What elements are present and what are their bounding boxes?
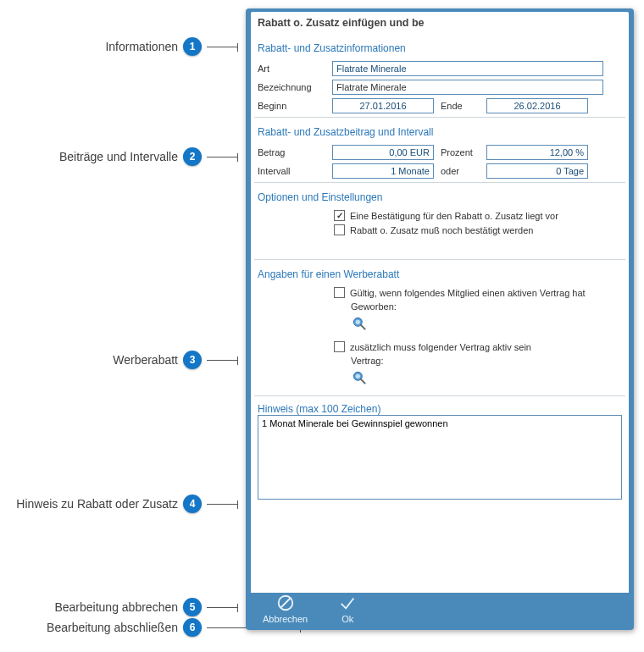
label-art: Art [258, 64, 325, 74]
field-prozent[interactable]: 12,00 % [486, 145, 588, 160]
anno-bubble-4: 4 [183, 495, 202, 513]
label-geworben: Geworben: [258, 301, 622, 312]
cancel-button[interactable]: Abbrechen [263, 594, 308, 624]
field-art[interactable]: Flatrate Minerale [332, 61, 603, 76]
svg-line-5 [361, 379, 365, 384]
label-ende: Ende [441, 101, 480, 111]
checkbox-pending[interactable] [334, 224, 345, 235]
label-beginn: Beginn [258, 101, 325, 111]
section-head-info: Rabatt- und Zusatzinformationen [258, 39, 622, 58]
svg-point-4 [356, 374, 360, 378]
anno-bubble-3: 3 [183, 351, 202, 369]
svg-line-2 [361, 325, 365, 329]
section-head-options: Optionen und Einstellungen [258, 188, 622, 207]
label-intervall: Intervall [258, 166, 325, 176]
dialog: Rabatt o. Zusatz einfügen und be Rabatt-… [246, 8, 634, 630]
anno-label-3: Werberabatt [8, 353, 178, 367]
label-betrag: Betrag [258, 147, 325, 157]
ok-button[interactable]: Ok [338, 594, 357, 624]
checkbox-member-valid[interactable] [334, 287, 345, 298]
checkbox-confirm[interactable] [334, 210, 345, 221]
field-betrag[interactable]: 0,00 EUR [332, 145, 434, 160]
field-tage[interactable]: 0 Tage [486, 163, 588, 179]
cancel-icon [276, 594, 295, 612]
anno-label-6: Bearbeitung abschließen [8, 621, 178, 634]
checkbox-vertrag-required[interactable] [334, 341, 345, 352]
field-intervall[interactable]: 1 Monate [332, 163, 434, 179]
label-pending: Rabatt o. Zusatz muß noch bestätigt werd… [350, 225, 533, 235]
label-oder: oder [441, 166, 480, 176]
dialog-title: Rabatt o. Zusatz einfügen und be [258, 17, 425, 29]
dialog-content: Rabatt- und Zusatzinformationen Art Flat… [251, 34, 629, 593]
titlebar: Rabatt o. Zusatz einfügen und be [251, 12, 629, 34]
label-prozent: Prozent [441, 147, 480, 157]
section-head-werbe: Angaben für einen Werberabatt [258, 265, 622, 284]
section-head-hinweis: Hinweis (max 100 Zeichen) [258, 403, 622, 415]
field-beginn[interactable]: 27.01.2016 [332, 98, 434, 113]
cancel-label: Abbrechen [263, 614, 308, 624]
label-vertrag: Vertrag: [258, 356, 622, 366]
anno-label-2: Beiträge und Intervalle [8, 150, 178, 163]
search-icon [351, 315, 368, 332]
ok-label: Ok [341, 614, 353, 624]
anno-label-5: Bearbeitung abbrechen [8, 600, 178, 614]
field-ende[interactable]: 26.02.2016 [486, 98, 588, 113]
textarea-hinweis[interactable] [258, 415, 622, 500]
anno-bubble-6: 6 [183, 618, 202, 637]
svg-point-1 [356, 320, 360, 324]
label-member-valid: Gültig, wenn folgendes Mitglied einen ak… [350, 288, 586, 298]
dialog-footer: Abbrechen Ok [246, 588, 634, 630]
section-head-betrag: Rabatt- und Zusatzbeitrag und Intervall [258, 123, 622, 141]
check-icon [338, 594, 357, 612]
lookup-geworben[interactable] [351, 315, 622, 334]
anno-label-4: Hinweis zu Rabatt oder Zusatz [8, 497, 178, 511]
label-confirm: Eine Bestätigung für den Rabatt o. Zusat… [350, 211, 558, 221]
anno-bubble-5: 5 [183, 598, 202, 616]
lookup-vertrag[interactable] [351, 369, 622, 389]
anno-bubble-2: 2 [183, 147, 202, 166]
label-vertrag-required: zusätzlich muss folgender Vertrag aktiv … [350, 342, 531, 352]
anno-bubble-1: 1 [183, 37, 202, 56]
label-bezeichnung: Bezeichnung [258, 82, 325, 92]
svg-line-7 [280, 599, 290, 608]
input-bezeichnung[interactable] [332, 80, 603, 95]
search-icon [351, 369, 368, 386]
anno-label-1: Informationen [8, 40, 178, 53]
app-logo-icon [605, 12, 627, 34]
